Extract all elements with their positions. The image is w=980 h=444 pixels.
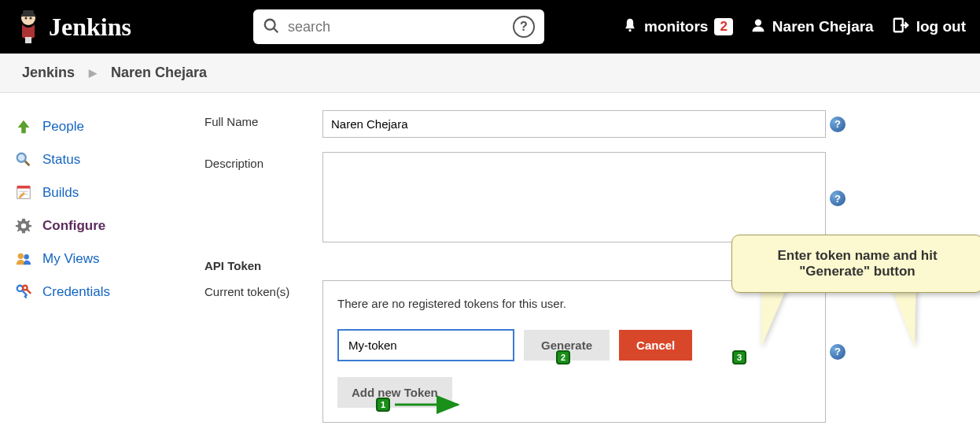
sidebar-item-label: Configure [42,218,105,234]
annotation-badge-1: 1 [376,398,390,412]
row-description: Description ? [204,152,972,245]
token-name-input[interactable] [337,329,514,361]
monitors-badge: 2 [714,18,732,35]
row-api-token: Current token(s) There are no registered… [204,280,972,423]
sidebar-item-label: My Views [42,251,99,267]
sidebar-item-builds[interactable]: Builds [11,176,193,209]
sidebar-item-label: Credentials [42,284,110,300]
svg-rect-5 [25,37,31,43]
svg-point-20 [24,254,28,259]
sidebar-item-label: People [42,119,84,135]
user-icon [750,17,766,37]
search-input[interactable] [288,19,513,35]
bell-icon [622,17,638,38]
sidebar-item-credentials[interactable]: Credentials [11,276,193,309]
sidebar-item-configure[interactable]: Configure [11,209,193,242]
description-label: Description [204,152,322,245]
sidebar-item-my-views[interactable]: My Views [11,242,193,276]
full-name-label: Full Name [204,110,322,138]
svg-point-6 [265,19,275,29]
jenkins-mascot-icon [14,7,42,47]
logout-label: log out [916,18,966,35]
help-icon[interactable]: ? [830,344,846,360]
monitors-link[interactable]: monitors 2 [622,17,733,38]
sidebar-item-label: Status [42,152,80,168]
search-icon [263,17,280,37]
search-help-icon[interactable]: ? [513,16,535,38]
main-area: People Status Builds Configure My Views … [0,93,980,444]
cancel-button[interactable]: Cancel [619,330,692,361]
annotation-arrow-icon [393,394,464,417]
notepad-icon [14,183,33,202]
monitors-label: monitors [644,18,708,35]
search-box[interactable]: ? [253,9,544,44]
description-textarea[interactable] [322,152,826,242]
logout-link[interactable]: log out [891,17,966,38]
no-tokens-message: There are no registered tokens for this … [337,297,811,310]
annotation-callout: Enter token name and hit "Generate" butt… [731,235,980,293]
current-tokens-label: Current token(s) [204,280,322,298]
svg-point-3 [25,17,28,19]
svg-rect-14 [17,186,31,189]
sidebar-item-label: Builds [42,185,79,201]
breadcrumb: Jenkins ▶ Naren Chejara [0,54,980,93]
breadcrumb-separator-icon: ▶ [89,67,97,79]
help-icon[interactable]: ? [830,191,846,206]
people-group-icon [14,250,33,268]
svg-point-19 [18,253,24,259]
svg-point-11 [17,154,26,162]
logout-icon [891,17,910,38]
content-area: Full Name ? Description ? API Token Curr… [204,93,980,444]
svg-point-8 [628,29,631,31]
user-link[interactable]: Naren Chejara [750,17,874,37]
keys-icon [14,283,33,302]
svg-line-7 [274,28,278,32]
top-bar: Jenkins ? monitors 2 Naren Chejara log o… [0,0,980,54]
breadcrumb-root[interactable]: Jenkins [22,65,75,81]
svg-point-4 [30,17,32,19]
brand-name: Jenkins [49,13,131,42]
gear-icon [14,216,33,235]
people-up-arrow-icon [14,117,33,136]
sidebar-item-people[interactable]: People [11,110,193,143]
sidebar: People Status Builds Configure My Views … [0,93,204,444]
annotation-badge-3: 3 [732,350,746,364]
header-right: monitors 2 Naren Chejara log out [622,17,966,38]
svg-point-9 [755,19,761,25]
row-full-name: Full Name ? [204,110,972,138]
svg-rect-2 [21,14,35,17]
svg-line-12 [25,161,30,166]
breadcrumb-current[interactable]: Naren Chejara [111,65,207,81]
full-name-input[interactable] [322,110,826,138]
sidebar-item-status[interactable]: Status [11,143,193,176]
svg-point-18 [21,224,26,228]
annotation-badge-2: 2 [556,350,570,364]
jenkins-logo[interactable]: Jenkins [14,7,131,47]
magnifier-icon [14,150,33,169]
help-icon[interactable]: ? [830,117,846,132]
user-name: Naren Chejara [772,18,874,35]
